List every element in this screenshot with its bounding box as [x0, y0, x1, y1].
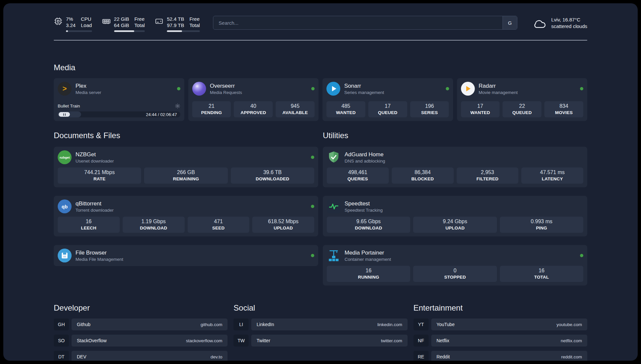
stat-tile: 9.24 Gbps UPLOAD [413, 217, 497, 233]
entertainment-section: Entertainment YT YouTube youtube.com NF … [413, 303, 587, 361]
filebrowser-name: File Browser [76, 249, 123, 256]
stat-tile: 0 STOPPED [413, 266, 497, 282]
plex-icon: > [58, 82, 72, 96]
stat-tile: 196 SERIES [410, 101, 449, 117]
stat-tile: 834 MOVIES [544, 101, 583, 117]
disk-total-value: 97.9 TB [167, 22, 184, 28]
adguard-card[interactable]: AdGuard Home DNS and adblocking 498,461 … [323, 147, 587, 187]
filebrowser-status-dot [311, 254, 314, 257]
weather-condition: scattered clouds [551, 23, 587, 30]
radarr-name: Radarr [479, 82, 518, 89]
link-url: reddit.com [561, 354, 582, 359]
link-name: Netflix [437, 338, 449, 343]
link-row-youtube[interactable]: YT YouTube youtube.com [413, 318, 587, 330]
search-engine-button[interactable]: G [503, 16, 517, 29]
ram-icon [102, 17, 111, 26]
system-stats: 7% 3.24 CPU Load [54, 16, 200, 32]
media-grid: > Plex Media server Bullet Train [54, 78, 587, 121]
link-row-netflix[interactable]: NF Netflix netflix.com [413, 335, 587, 347]
cpu-label: CPU [81, 16, 92, 22]
filebrowser-card[interactable]: File Browser Media File Management [54, 245, 318, 266]
overseerr-card[interactable]: Overseerr Media Requests 21 PENDING 40 A… [188, 78, 319, 121]
entertainment-section-title: Entertainment [413, 303, 587, 313]
filebrowser-subtitle: Media File Management [76, 257, 123, 262]
netflix-abbr: NF [413, 335, 429, 347]
radarr-subtitle: Movie management [479, 90, 518, 95]
radarr-status-dot [580, 87, 583, 90]
portainer-card[interactable]: Media Portainer Container management 16 … [323, 245, 587, 286]
link-name: DEV [77, 354, 86, 359]
twitter-abbr: TW [233, 335, 249, 347]
qbittorrent-card[interactable]: qb qBittorrent Torrent downloader 16 LEE… [54, 196, 318, 236]
stat-tile: 1.19 Gbps DOWNLOAD [123, 217, 185, 233]
media-section-title: Media [54, 63, 587, 72]
sonarr-icon [326, 82, 340, 96]
cpu-load-value: 3.24 [66, 22, 76, 28]
social-section-title: Social [233, 303, 407, 313]
stat-tile: 17 QUEUED [368, 101, 407, 117]
dev-abbr: DT [54, 351, 69, 361]
stat-tile: 17 WANTED [461, 101, 500, 117]
social-section: Social LI LinkedIn linkedin.com TW Twitt… [233, 303, 407, 351]
stat-tile: 9.65 Gbps DOWNLOAD [327, 217, 410, 233]
dashboard: 7% 3.24 CPU Load [3, 3, 638, 361]
documents-section: Documents & Files nzbget NZBGet Usenet d… [54, 131, 318, 266]
stat-tile: 945 AVAILABLE [276, 101, 315, 117]
nzbget-card[interactable]: nzbget NZBGet Usenet downloader 744.21 M… [54, 147, 318, 187]
link-row-github[interactable]: GH Github github.com [54, 318, 228, 330]
radarr-card[interactable]: Radarr Movie management 17 WANTED 22 QUE… [457, 78, 588, 121]
search-bar: G [213, 16, 517, 30]
stat-tile: 618.52 Mbps UPLOAD [252, 217, 314, 233]
link-url: netflix.com [561, 338, 582, 343]
playback-time: 24:44 / 02:06:47 [146, 112, 177, 117]
cpu-stat: 7% 3.24 CPU Load [54, 16, 92, 32]
cpu-usage-bar [66, 30, 92, 32]
stat-tile: 47.571 ms LATENCY [521, 167, 583, 184]
gear-icon[interactable] [175, 103, 180, 109]
speedtest-icon [327, 199, 341, 213]
link-row-twitter[interactable]: TW Twitter twitter.com [233, 335, 407, 347]
linkedin-abbr: LI [233, 318, 249, 330]
plex-now-playing: Bullet Train 24:44 / 02:06:47 [58, 101, 180, 117]
speedtest-card[interactable]: Speedtest Speedtest Tracking 9.65 Gbps D… [323, 196, 587, 236]
github-abbr: GH [54, 318, 69, 330]
sonarr-subtitle: Series management [344, 90, 384, 95]
stat-tile: 0.993 ms PING [500, 217, 583, 233]
ram-total-value: 64 GiB [114, 22, 129, 28]
cpu-load-label: Load [81, 22, 92, 28]
search-input[interactable] [213, 16, 517, 30]
link-row-stackoverflow[interactable]: SO StackOverflow stackoverflow.com [54, 335, 228, 347]
portainer-name: Media Portainer [345, 249, 391, 256]
link-row-dev[interactable]: DT DEV dev.to [54, 351, 228, 361]
link-row-reddit[interactable]: RE Reddit reddit.com [413, 351, 587, 361]
filebrowser-icon [58, 249, 72, 262]
plex-card[interactable]: > Plex Media server Bullet Train [54, 78, 184, 121]
link-name: Github [77, 322, 90, 327]
disk-free-label: Free [189, 16, 200, 22]
disk-free-value: 52.4 TB [167, 16, 184, 22]
speedtest-subtitle: Speedtest Tracking [345, 208, 383, 213]
weather-location: Lviv, 16.87°C [551, 16, 587, 23]
header-divider [54, 40, 587, 41]
cpu-icon [54, 17, 63, 26]
documents-section-title: Documents & Files [54, 131, 318, 140]
pause-button[interactable] [59, 112, 70, 117]
disk-usage-bar [167, 30, 200, 32]
plex-subtitle: Media server [76, 90, 101, 95]
cpu-usage-fill [66, 30, 68, 32]
developer-section: Developer GH Github github.com SO StackO… [54, 303, 228, 361]
stat-tile: 16 TOTAL [500, 266, 583, 282]
sonarr-status-dot [446, 87, 449, 90]
link-row-linkedin[interactable]: LI LinkedIn linkedin.com [233, 318, 407, 330]
nzbget-icon: nzbget [58, 150, 72, 164]
link-url: twitter.com [381, 338, 402, 343]
developer-section-title: Developer [54, 303, 228, 313]
youtube-abbr: YT [413, 318, 429, 330]
playback-progress-bar[interactable]: 24:44 / 02:06:47 [58, 111, 180, 117]
portainer-status-dot [580, 254, 583, 257]
overseerr-status-dot [311, 87, 315, 90]
adguard-name: AdGuard Home [345, 151, 385, 158]
weather-widget: Lviv, 16.87°C scattered clouds [532, 16, 587, 30]
sonarr-card[interactable]: Sonarr Series management 485 WANTED 17 Q… [322, 78, 453, 121]
utilities-section: Utilities AdGuard Home DNS and adblockin… [323, 131, 587, 286]
